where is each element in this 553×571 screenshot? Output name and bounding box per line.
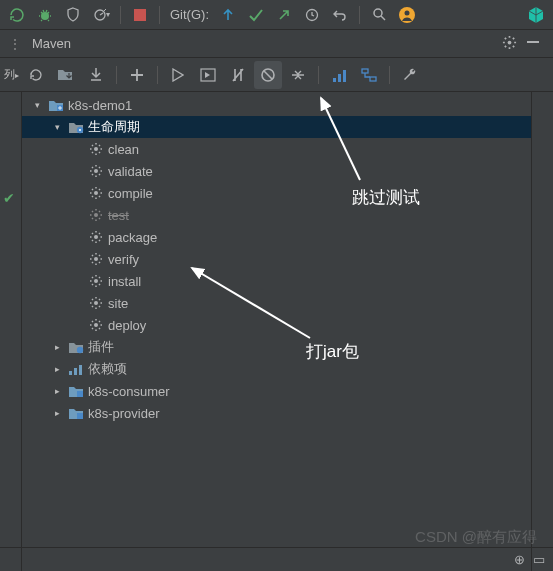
goal-label: validate xyxy=(108,164,153,179)
svg-rect-15 xyxy=(370,77,376,81)
status-icon[interactable]: ▭ xyxy=(533,552,545,567)
wrench-icon[interactable] xyxy=(396,61,424,89)
svg-point-18 xyxy=(79,129,81,131)
svg-point-27 xyxy=(94,323,98,327)
goal-label: deploy xyxy=(108,318,146,333)
right-gutter xyxy=(531,92,553,571)
chevron-right-icon[interactable] xyxy=(50,384,64,398)
tree-dependencies[interactable]: 依赖项 xyxy=(22,358,531,380)
git-history-icon[interactable] xyxy=(299,3,325,27)
tree-plugins[interactable]: 插件 xyxy=(22,336,531,358)
chevron-right-icon[interactable] xyxy=(50,406,64,420)
goal-validate[interactable]: validate xyxy=(22,160,531,182)
stop-icon[interactable] xyxy=(127,3,153,27)
chevron-right-icon[interactable] xyxy=(50,340,64,354)
separator xyxy=(159,6,160,24)
tree-consumer[interactable]: k8s-consumer xyxy=(22,380,531,402)
svg-point-4 xyxy=(374,9,382,17)
gear-icon xyxy=(88,207,104,223)
ide-toolbar: ▾ Git(G): xyxy=(0,0,553,30)
separator xyxy=(116,66,117,84)
git-commit-icon[interactable] xyxy=(243,3,269,27)
svg-rect-12 xyxy=(338,74,341,82)
goal-clean[interactable]: clean xyxy=(22,138,531,160)
svg-point-19 xyxy=(94,147,98,151)
git-label: Git(G): xyxy=(170,7,209,22)
status-bar: ⊕ ▭ xyxy=(0,547,553,571)
lifecycle-folder-icon xyxy=(68,119,84,135)
chevron-right-icon[interactable] xyxy=(50,362,64,376)
generate-sources-icon[interactable] xyxy=(52,61,80,89)
skip-tests-icon[interactable] xyxy=(254,61,282,89)
search-icon[interactable] xyxy=(366,3,392,27)
download-sources-icon[interactable] xyxy=(82,61,110,89)
execute-icon[interactable] xyxy=(194,61,222,89)
git-update-icon[interactable] xyxy=(215,3,241,27)
profile-icon[interactable]: ▾ xyxy=(88,3,114,27)
chevron-down-icon[interactable] xyxy=(30,98,44,112)
goal-label: compile xyxy=(108,186,153,201)
goal-package[interactable]: package xyxy=(22,226,531,248)
minimize-icon[interactable] xyxy=(521,35,545,52)
tree-label: k8s-provider xyxy=(88,406,160,421)
svg-rect-33 xyxy=(77,413,83,419)
collapse-icon[interactable] xyxy=(284,61,312,89)
goal-label: package xyxy=(108,230,157,245)
separator xyxy=(318,66,319,84)
svg-rect-14 xyxy=(362,69,368,73)
goal-verify[interactable]: verify xyxy=(22,248,531,270)
goal-label: install xyxy=(108,274,141,289)
svg-point-7 xyxy=(507,40,511,44)
rerun-icon[interactable] xyxy=(4,3,30,27)
svg-point-24 xyxy=(94,257,98,261)
panel-title: Maven xyxy=(32,36,497,51)
toggle-offline-icon[interactable] xyxy=(224,61,252,89)
tree-label: 依赖项 xyxy=(88,360,127,378)
tree-label: k8s-demo1 xyxy=(68,98,132,113)
goal-compile[interactable]: compile xyxy=(22,182,531,204)
maven-tree[interactable]: k8s-demo1 生命周期 clean validate compile te… xyxy=(22,92,531,571)
maven-module-icon xyxy=(68,405,84,421)
goal-site[interactable]: site xyxy=(22,292,531,314)
goal-deploy[interactable]: deploy xyxy=(22,314,531,336)
git-push-icon[interactable] xyxy=(271,3,297,27)
svg-rect-11 xyxy=(333,78,336,82)
svg-rect-8 xyxy=(527,41,539,43)
chevron-down-icon[interactable] xyxy=(50,120,64,134)
gear-icon xyxy=(88,317,104,333)
goal-label: test xyxy=(108,208,129,223)
git-rollback-icon[interactable] xyxy=(327,3,353,27)
dependencies-graph-icon[interactable] xyxy=(325,61,353,89)
maven-module-icon xyxy=(68,383,84,399)
reload-icon[interactable] xyxy=(22,61,50,89)
add-icon[interactable] xyxy=(123,61,151,89)
bug-icon[interactable] xyxy=(32,3,58,27)
avatar-icon[interactable] xyxy=(394,3,420,27)
dependencies-icon xyxy=(68,361,84,377)
side-label[interactable]: 列▸ xyxy=(2,67,20,82)
gear-icon xyxy=(88,251,104,267)
svg-point-25 xyxy=(94,279,98,283)
goal-label: verify xyxy=(108,252,139,267)
drag-handle-icon[interactable]: ⋮ xyxy=(8,36,22,52)
tree-provider[interactable]: k8s-provider xyxy=(22,402,531,424)
maven-toolbar: 列▸ xyxy=(0,58,553,92)
svg-point-26 xyxy=(94,301,98,305)
tree-lifecycle[interactable]: 生命周期 xyxy=(22,116,531,138)
coverage-icon[interactable] xyxy=(60,3,86,27)
goal-test[interactable]: test xyxy=(22,204,531,226)
run-icon[interactable] xyxy=(164,61,192,89)
svg-rect-13 xyxy=(343,70,346,82)
settings-icon[interactable] xyxy=(497,35,521,53)
gear-icon xyxy=(88,295,104,311)
svg-rect-31 xyxy=(79,365,82,375)
show-structure-icon[interactable] xyxy=(355,61,383,89)
tree-root[interactable]: k8s-demo1 xyxy=(22,94,531,116)
goal-install[interactable]: install xyxy=(22,270,531,292)
gear-icon xyxy=(88,185,104,201)
gear-icon xyxy=(88,141,104,157)
plugins-folder-icon xyxy=(68,339,84,355)
plugin-icon[interactable] xyxy=(523,3,549,27)
status-icon[interactable]: ⊕ xyxy=(514,552,525,567)
svg-point-21 xyxy=(94,191,98,195)
